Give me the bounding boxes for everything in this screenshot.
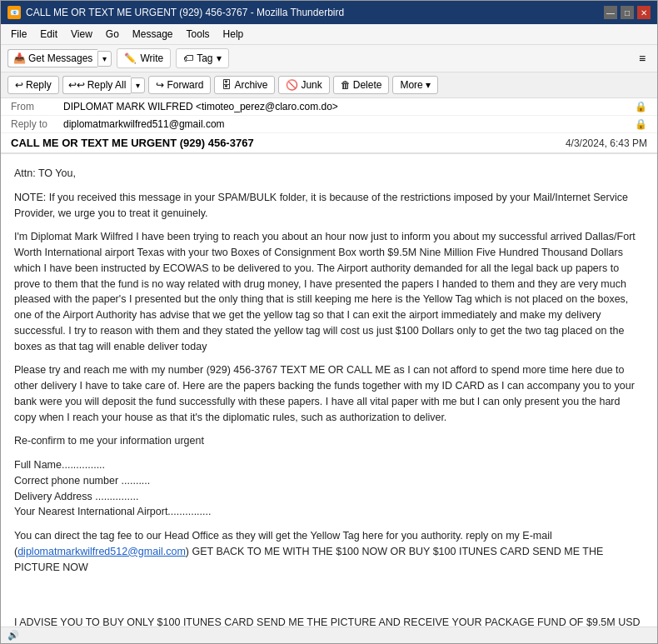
tag-arrow-icon: ▾ [217, 52, 222, 64]
email-date: 4/3/2024, 6:43 PM [566, 137, 647, 149]
body-attn: Attn: TO You, [14, 166, 644, 182]
get-messages-icon: 📥 [13, 52, 26, 64]
tag-button[interactable]: 🏷 Tag ▾ [176, 48, 228, 68]
subject-row: CALL ME OR TEXT ME URGENT (929) 456-3767… [1, 133, 657, 153]
menu-file[interactable]: File [6, 26, 32, 42]
from-label: From [11, 101, 57, 112]
body-tag-fee: You can direct the tag fee to our Head O… [14, 528, 644, 575]
more-label: More [400, 79, 422, 91]
forward-label: Forward [167, 79, 203, 91]
menu-edit[interactable]: Edit [35, 26, 62, 42]
toolbar: 📥 Get Messages ▾ ✏️ Write 🏷 Tag ▾ ≡ [1, 45, 657, 72]
reply-to-security-icon: 🔒 [635, 118, 647, 130]
body-paragraph2: Please try and reach me with my number (… [14, 362, 644, 425]
more-button[interactable]: More ▾ [392, 76, 437, 94]
maximize-button[interactable]: □ [621, 6, 634, 19]
forward-button[interactable]: ↪ Forward [148, 76, 211, 94]
close-button[interactable]: ✕ [637, 6, 651, 19]
forward-icon: ↪ [156, 79, 164, 91]
reply-all-arrow[interactable]: ▾ [131, 77, 145, 93]
reply-button[interactable]: ↩ Reply [7, 76, 59, 94]
menu-message[interactable]: Message [127, 26, 178, 42]
reply-all-icon: ↩↩ [68, 79, 85, 91]
reply-to-row: Reply to diplomatmarkwilfred511@gmail.co… [1, 116, 657, 133]
get-messages-label: Get Messages [28, 52, 92, 64]
tag-icon: 🏷 [183, 52, 193, 64]
more-arrow-icon: ▾ [426, 79, 431, 91]
junk-icon: 🚫 [286, 79, 298, 91]
menu-bar: File Edit View Go Message Tools Help [1, 24, 657, 45]
delete-icon: 🗑 [341, 79, 351, 91]
get-messages-button[interactable]: 📥 Get Messages [7, 49, 97, 67]
menu-help[interactable]: Help [218, 26, 249, 42]
reply-all-split: ↩↩ Reply All ▾ [62, 76, 146, 94]
get-messages-split: 📥 Get Messages ▾ [7, 49, 112, 67]
archive-label: Archive [234, 79, 267, 91]
junk-label: Junk [301, 79, 322, 91]
reply-label: Reply [26, 79, 52, 91]
write-icon: ✏️ [124, 52, 137, 64]
email-header: ↩ Reply ↩↩ Reply All ▾ ↪ Forward 🗄 Archi… [1, 72, 657, 154]
window-controls: — □ ✕ [604, 6, 651, 19]
body-note: NOTE: If you received this message in yo… [14, 190, 644, 222]
title-bar-left: 📧 CALL ME OR TEXT ME URGENT (929) 456-37… [7, 6, 344, 19]
email-body: Attn: TO You, NOTE: If you received this… [1, 154, 657, 627]
main-window: 📧 CALL ME OR TEXT ME URGENT (929) 456-37… [0, 0, 658, 644]
reply-icon: ↩ [15, 79, 23, 91]
speaker-icon: 🔊 [7, 630, 19, 641]
delete-button[interactable]: 🗑 Delete [333, 76, 390, 94]
window-title: CALL ME OR TEXT ME URGENT (929) 456-3767… [26, 7, 344, 18]
get-messages-arrow[interactable]: ▾ [97, 51, 112, 67]
from-row: From DIPLOMAT MARK WILFRED <timoteo_pere… [1, 98, 657, 116]
body-info-fields: Full Name............... Correct phone n… [14, 457, 644, 520]
from-value: DIPLOMAT MARK WILFRED <timoteo_perez@cla… [63, 101, 628, 112]
menu-view[interactable]: View [66, 26, 97, 42]
reply-all-label: Reply All [87, 79, 127, 91]
reply-to-value: diplomatmarkwilfred511@gmail.com [63, 118, 628, 130]
subject-value: CALL ME OR TEXT ME URGENT (929) 456-3767 [11, 137, 254, 149]
status-bar: 🔊 [1, 627, 657, 643]
title-bar: 📧 CALL ME OR TEXT ME URGENT (929) 456-37… [1, 1, 657, 24]
junk-button[interactable]: 🚫 Junk [278, 76, 329, 94]
body-paragraph1: I'm Diplomat Mark Wilfred I have been tr… [14, 229, 644, 354]
body-reconfirm-header: Re-confirm to me your information urgent [14, 433, 644, 449]
menu-tools[interactable]: Tools [182, 26, 215, 42]
sender-security-icon: 🔒 [635, 101, 647, 112]
write-button[interactable]: ✏️ Write [117, 48, 171, 68]
archive-icon: 🗄 [222, 79, 232, 91]
write-label: Write [140, 52, 163, 64]
reply-to-label: Reply to [11, 118, 57, 130]
minimize-button[interactable]: — [604, 6, 617, 19]
email-link1[interactable]: diplomatmarkwilfred512@gmail.com [17, 546, 186, 557]
email-action-bar: ↩ Reply ↩↩ Reply All ▾ ↪ Forward 🗄 Archi… [1, 72, 657, 98]
archive-button[interactable]: 🗄 Archive [214, 76, 275, 94]
menu-go[interactable]: Go [101, 26, 124, 42]
reply-all-button[interactable]: ↩↩ Reply All [62, 76, 132, 94]
hamburger-menu-button[interactable]: ≡ [634, 50, 651, 67]
delete-label: Delete [353, 79, 382, 91]
tag-label: Tag [197, 52, 212, 64]
body-advise: I ADVISE YOU TO BUY ONLY $100 ITUNES CAR… [14, 615, 644, 627]
app-icon: 📧 [7, 6, 21, 19]
